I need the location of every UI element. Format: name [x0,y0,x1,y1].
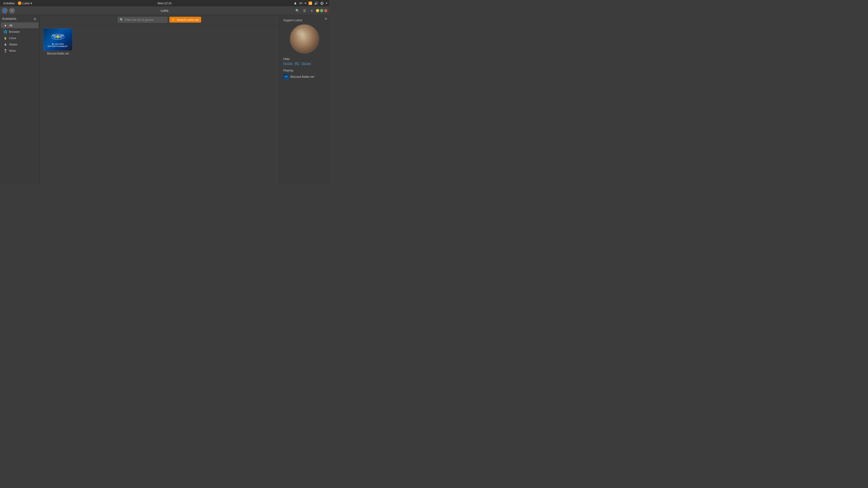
game-tile-blizzard[interactable]: BLIZZARDENTERTAINMENT Blizzard Battle.ne… [43,28,72,55]
sidebar-item-all-label: All [9,24,12,27]
search-button[interactable]: 🔍 [294,8,300,13]
playing-item: Blizzard Battle.net [283,74,326,79]
sidebar-item-steam-label: Steam [9,43,18,46]
support-section: Support Lutris! [283,19,326,54]
svg-point-1 [57,35,59,38]
linux-icon: 🐧 [4,36,7,40]
games-grid: BLIZZARDENTERTAINMENT Blizzard Battle.ne… [39,25,279,184]
help-section: Help: Forums IRC Discord [283,57,326,65]
sidebar-item-all[interactable]: ● All [1,22,38,28]
playing-game-icon [283,74,289,79]
window-controls [316,9,327,12]
runners-settings-button[interactable]: ⚙ [33,17,37,21]
network-icon[interactable]: 📶 [308,1,312,5]
system-menu-arrow[interactable]: ▾ [326,2,327,5]
search-icon: 🔍 [120,18,123,22]
content-toolbar: 🔍 Search Lutris.net [39,15,279,25]
mascot-body [290,25,319,53]
lutris-search-icon [172,18,175,22]
browser-icon: 🌐 [4,30,7,33]
svg-point-3 [286,76,286,77]
search-lutris-label: Search Lutris.net [177,18,199,22]
sidebar-item-linux[interactable]: 🐧 Linux [1,35,38,41]
blizzard-cover-bg: BLIZZARDENTERTAINMENT [43,29,72,51]
system-bar: Activities Lutris ▾ Wed 22:15 ♟ en ▾ 📶 🔊… [0,0,329,6]
steam-icon: ♟ [4,42,7,46]
system-bar-datetime: Wed 22:15 [158,2,172,5]
sidebar-item-steam[interactable]: ♟ Steam [1,41,38,47]
app-titlebar: 👤 ＋ Lutris 🔍 ☰ ≡ [0,6,329,15]
power-icon[interactable]: ⏻ [320,1,324,5]
user-button[interactable]: 👤 [2,8,8,13]
activities-button[interactable]: Activities [2,1,16,5]
runners-section-header: Runners ⚙ [0,15,39,22]
app-indicator-arrow: ▾ [31,2,32,5]
language-arrow: ▾ [305,2,306,5]
lutris-mascot [290,24,319,54]
right-panel: ✕ Support Lutris! Help: Forums IRC Disco… [279,15,329,184]
app-indicator-label: Lutris [22,2,30,5]
lutris-taskbar-icon [18,1,22,5]
help-label: Help: [283,57,326,61]
close-button[interactable] [324,9,327,12]
sidebar-item-browser[interactable]: 🌐 Browser [1,29,38,35]
blizzard-cover: BLIZZARDENTERTAINMENT [43,28,72,51]
sidebar-item-browser-label: Browser [9,30,20,33]
blizzard-text: BLIZZARDENTERTAINMENT [48,43,68,47]
sidebar-item-wine-label: Wine [9,49,16,53]
runners-label: Runners [2,18,17,21]
sidebar-item-wine[interactable]: 🍷 Wine [1,48,38,54]
content-area: 🔍 Search Lutris.net [39,15,279,184]
support-label: Support Lutris! [283,19,303,22]
search-lutris-button[interactable]: Search Lutris.net [169,17,201,23]
blizzard-logo-svg [50,32,66,42]
app-title: Lutris [161,9,168,12]
wine-icon: 🍷 [4,49,7,53]
system-bar-left: Activities Lutris ▾ [2,1,32,5]
discord-link[interactable]: Discord [302,62,311,65]
minimize-button[interactable] [316,9,319,12]
main-layout: Runners ⚙ ● All 🌐 Browser 🐧 Linux ♟ Stea… [0,15,329,184]
system-bar-right: ♟ en ▾ 📶 🔊 ⏻ ▾ [293,1,327,5]
titlebar-left: 👤 ＋ [2,8,15,13]
game-title-blizzard: Blizzard Battle.net [47,52,69,55]
search-box[interactable]: 🔍 [118,17,167,23]
volume-icon[interactable]: 🔊 [314,1,318,5]
help-links: Forums IRC Discord [283,62,326,65]
view-button[interactable]: ☰ [302,8,307,13]
steam-tray-icon[interactable]: ♟ [293,1,297,5]
app-indicator[interactable]: Lutris ▾ [18,1,32,5]
playing-label: Playing: [283,69,326,72]
forums-link[interactable]: Forums [283,62,292,65]
playing-game-name: Blizzard Battle.net [290,75,314,78]
sidebar: Runners ⚙ ● All 🌐 Browser 🐧 Linux ♟ Stea… [0,15,39,184]
all-icon: ● [4,24,7,27]
close-panel-button[interactable]: ✕ [324,17,327,21]
sidebar-item-linux-label: Linux [9,36,16,40]
filter-input[interactable] [125,18,165,22]
playing-game-icon-svg [284,74,288,79]
irc-link[interactable]: IRC [295,62,300,65]
titlebar-right: 🔍 ☰ ≡ [294,8,327,13]
maximize-button[interactable] [320,9,323,12]
add-game-button[interactable]: ＋ [9,8,15,13]
playing-section: Playing: Blizzard Battle.net [283,69,326,79]
menu-button[interactable]: ≡ [309,8,315,13]
language-indicator[interactable]: en [300,2,303,5]
